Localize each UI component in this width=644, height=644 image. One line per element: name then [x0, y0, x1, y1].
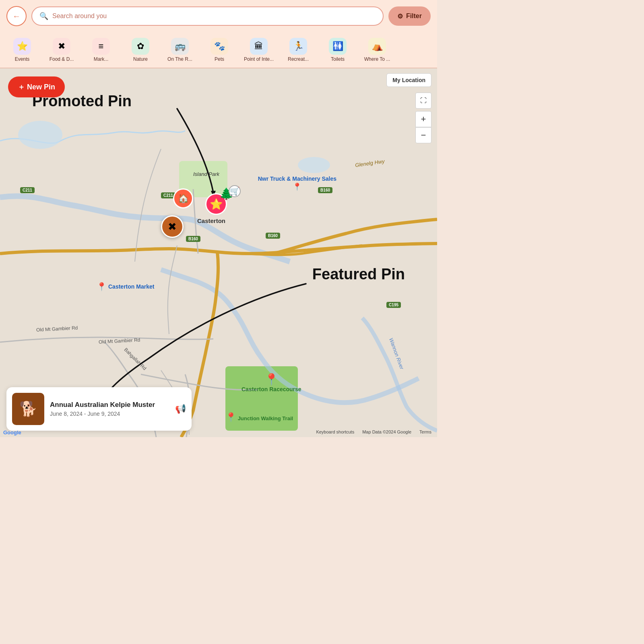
google-logo: Google: [3, 429, 21, 436]
cat-toilets-label: Toilets: [331, 56, 345, 62]
nwr-pin-icon: 📍: [293, 183, 301, 191]
cat-nature-label: Nature: [133, 56, 148, 62]
nwr-truck-label: Nwr Truck & Machinery Sales 📍: [258, 175, 336, 192]
shopping-map-pin[interactable]: 🛒: [229, 185, 241, 197]
card-image-emoji: 🐕: [19, 400, 37, 417]
cat-toilets[interactable]: 🚻 Toilets: [320, 35, 356, 64]
keyboard-shortcuts-link[interactable]: Keyboard shortcuts: [316, 429, 354, 434]
ontheroad-icon: 🚌: [171, 38, 189, 55]
cat-ontheroad[interactable]: 🚌 On The R...: [162, 35, 198, 64]
card-image: 🐕: [12, 393, 44, 425]
toilets-icon: 🚻: [329, 38, 347, 55]
zoom-in-button[interactable]: +: [415, 111, 431, 127]
cat-markets[interactable]: ≡ Mark...: [83, 35, 119, 64]
map-footer: Keyboard shortcuts Map Data ©2024 Google…: [0, 427, 437, 437]
svg-point-3: [18, 121, 62, 149]
search-icon: 🔍: [39, 12, 48, 21]
cat-poi-label: Point of Inte...: [244, 56, 274, 62]
recreation-icon: 🏃: [289, 38, 307, 55]
svg-point-4: [298, 157, 330, 173]
cat-markets-label: Mark...: [94, 56, 109, 62]
casterton-label: Casterton: [197, 217, 225, 224]
new-pin-button[interactable]: ＋ New Pin: [8, 76, 65, 97]
food-icon: ✖: [53, 38, 70, 55]
cat-ontheroad-label: On The R...: [167, 56, 192, 62]
cat-pets[interactable]: 🐾 Pets: [201, 35, 237, 64]
casterton-market-label: 📍 Casterton Market: [97, 282, 154, 291]
map-background: [0, 68, 437, 437]
cat-food-label: Food & D...: [50, 56, 74, 62]
island-park-label: Island Park: [193, 171, 219, 177]
cat-nature[interactable]: ✿ Nature: [122, 35, 159, 64]
badge-b160-3: B160: [266, 233, 280, 238]
markets-icon: ≡: [92, 38, 110, 55]
casterton-racecourse-label: 📍 Casterton Racecourse: [242, 373, 301, 392]
food-house-map-pin[interactable]: 🏠: [173, 188, 193, 208]
search-placeholder: Search around you: [52, 12, 107, 20]
filter-label: Filter: [406, 12, 422, 20]
back-button[interactable]: ←: [6, 6, 27, 26]
zoom-controls: ⛶ + −: [415, 93, 431, 143]
whereto-icon: ⛺: [368, 38, 386, 55]
fullscreen-button[interactable]: ⛶: [415, 93, 431, 109]
badge-c211-1: C211: [20, 187, 35, 193]
trail-pin-icon: 📍: [225, 412, 236, 422]
filter-icon: ⚙: [397, 12, 403, 20]
card-alert-icon: 📢: [175, 404, 186, 414]
card-date: June 8, 2024 - June 9, 2024: [50, 411, 169, 417]
card-content: Annual Australian Kelpie Muster June 8, …: [50, 401, 169, 417]
cat-whereto[interactable]: ⛺ Where To ...: [359, 35, 395, 64]
filter-button[interactable]: ⚙ Filter: [388, 6, 431, 26]
badge-c195: C195: [386, 302, 401, 308]
cat-whereto-label: Where To ...: [364, 56, 390, 62]
cat-poi[interactable]: 🏛 Point of Inte...: [241, 35, 277, 64]
cat-pets-label: Pets: [215, 56, 224, 62]
map-area[interactable]: Promoted Pin Featured Pin ⭐ 🏠 ✖ 🌲 🛒 Isla…: [0, 68, 437, 437]
badge-b160-2: B160: [186, 236, 200, 242]
my-location-button[interactable]: My Location: [386, 73, 431, 87]
zoom-out-button[interactable]: −: [415, 127, 431, 143]
racecourse-pin: 📍: [242, 373, 301, 386]
terms-link[interactable]: Terms: [419, 429, 431, 434]
category-bar: ⭐ Events ✖ Food & D... ≡ Mark... ✿ Natur…: [0, 32, 437, 68]
restaurant-map-pin[interactable]: ✖: [161, 215, 184, 238]
cat-events[interactable]: ⭐ Events: [4, 35, 40, 64]
search-bar[interactable]: 🔍 Search around you: [31, 6, 384, 26]
pets-icon: 🐾: [211, 38, 228, 55]
poi-icon: 🏛: [250, 38, 268, 55]
cat-recreation[interactable]: 🏃 Recreat...: [280, 35, 316, 64]
nature-icon: ✿: [132, 38, 149, 55]
events-icon: ⭐: [13, 38, 31, 55]
cat-events-label: Events: [15, 56, 30, 62]
card-title: Annual Australian Kelpie Muster: [50, 401, 169, 409]
market-pin-icon: 📍: [97, 282, 107, 291]
cat-recreation-label: Recreat...: [288, 56, 309, 62]
junction-trail-label: 📍 Junction Walking Trail: [225, 412, 293, 423]
event-card[interactable]: 🐕 Annual Australian Kelpie Muster June 8…: [6, 387, 192, 431]
cat-food[interactable]: ✖ Food & D...: [43, 35, 80, 64]
map-data-label: Map Data ©2024 Google: [362, 429, 411, 434]
header: ← 🔍 Search around you ⚙ Filter: [0, 0, 437, 32]
